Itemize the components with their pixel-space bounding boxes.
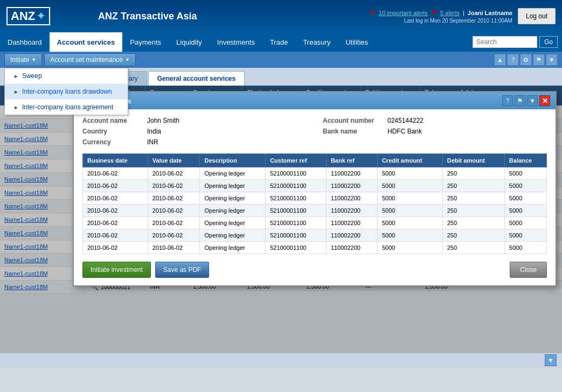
bank-name-value: HDFC Bank bbox=[387, 128, 422, 135]
account-number-value: 0245144222 bbox=[387, 117, 424, 124]
nav-item-utilities[interactable]: Utilities bbox=[338, 32, 376, 52]
last-log: Last log in Mon 20 September 2010 11:00A… bbox=[404, 18, 512, 24]
account-name-label: Account name bbox=[82, 117, 142, 124]
nav-search: Go bbox=[473, 32, 562, 52]
separator: | bbox=[463, 10, 464, 16]
corner-buttons: ▲ ? ⚙ ⚑ ▼ bbox=[494, 54, 558, 66]
go-button[interactable]: Go bbox=[539, 36, 558, 48]
corner-down-icon[interactable]: ▼ bbox=[546, 54, 558, 66]
info-bank-name: Bank name HDFC Bank bbox=[323, 128, 547, 135]
modal-table-row: 2010-06-02 2010-06-02 Opening ledger 521… bbox=[83, 192, 547, 205]
agreement-bullet: ► bbox=[13, 104, 19, 110]
main-content: Account name Account number Currency Ope… bbox=[0, 86, 562, 353]
user-name: Joani Lastname bbox=[468, 10, 512, 16]
nav-item-account-services[interactable]: Account services bbox=[50, 32, 123, 52]
initiate-label: Initiate bbox=[10, 56, 29, 64]
sweep-label: Sweep bbox=[22, 72, 42, 80]
dropdown-item-loans-drawdown[interactable]: ► Inter-company loans drawdown bbox=[5, 84, 128, 100]
modal-table-header-row: Business date Value date Description Cus… bbox=[83, 154, 547, 167]
alerts-link[interactable]: 5 alerts bbox=[440, 10, 460, 16]
modal-body: Account name John Smith Account number 0… bbox=[74, 109, 556, 285]
nav-item-dashboard[interactable]: Dashboard bbox=[0, 32, 50, 52]
country-value: India bbox=[147, 128, 161, 135]
nav-item-trade[interactable]: Trade bbox=[262, 32, 295, 52]
modal-col-bankref: Bank ref bbox=[326, 154, 377, 167]
modal-table-row: 2010-06-02 2010-06-02 Opening ledger 521… bbox=[83, 180, 547, 192]
account-set-label: Account set maintenance bbox=[50, 56, 123, 64]
modal-col-bdate: Business date bbox=[83, 154, 148, 167]
header-right: ⚑ 10 important alerts ⚑ 5 alerts | Joani… bbox=[370, 9, 512, 24]
account-details-modal: Account details ? ⚑ ▼ ✕ Account name Joh… bbox=[73, 91, 557, 286]
modal-table: Business date Value date Description Cus… bbox=[82, 153, 547, 254]
account-set-chevron-icon: ▼ bbox=[125, 57, 130, 62]
modal-bookmark-icon[interactable]: ⚑ bbox=[515, 95, 525, 106]
search-input[interactable] bbox=[473, 36, 537, 48]
modal-table-row: 2010-06-02 2010-06-02 Opening ledger 521… bbox=[83, 205, 547, 217]
modal-col-debit: Debit amount bbox=[442, 154, 504, 167]
save-pdf-button[interactable]: Save as PDF bbox=[155, 262, 210, 278]
modal-footer-left-btns: Initiate investment Save as PDF bbox=[82, 262, 209, 278]
agreement-label: Inter-company loans agreement bbox=[22, 103, 113, 111]
subnav: Initiate ▼ Account set maintenance ▼ ► S… bbox=[0, 52, 562, 68]
initiate-investment-button[interactable]: Initiate investment bbox=[82, 262, 151, 278]
logo-icon: ✦ bbox=[36, 9, 46, 23]
modal-col-credit: Credit amount bbox=[377, 154, 442, 167]
initiate-button[interactable]: Initiate ▼ bbox=[4, 53, 42, 66]
logout-button[interactable]: Log out bbox=[518, 8, 556, 24]
modal-col-balance: Balance bbox=[504, 154, 546, 167]
modal-controls: ? ⚑ ▼ ✕ bbox=[502, 95, 550, 106]
corner-help-icon[interactable]: ? bbox=[507, 54, 519, 66]
modal-table-row: 2010-06-02 2010-06-02 Opening ledger 521… bbox=[83, 242, 547, 254]
modal-info: Account name John Smith Account number 0… bbox=[82, 117, 547, 146]
account-name-value: John Smith bbox=[147, 117, 179, 124]
modal-col-desc: Description bbox=[200, 154, 266, 167]
sweep-bullet: ► bbox=[13, 73, 19, 79]
page-bottom: ▼ bbox=[0, 353, 562, 367]
flag-icon-2: ⚑ bbox=[431, 9, 437, 17]
initiate-dropdown: ► Sweep ► Inter-company loans drawdown ►… bbox=[4, 68, 128, 115]
drawdown-label: Inter-company loans drawdown bbox=[22, 88, 112, 95]
currency-label: Currency bbox=[82, 138, 142, 146]
important-alerts-link[interactable]: 10 important alerts bbox=[379, 10, 428, 16]
corner-up-icon[interactable]: ▲ bbox=[494, 54, 506, 66]
logo: ANZ ✦ bbox=[6, 7, 93, 25]
header: ANZ ✦ ANZ Transactive Asia ⚑ 10 importan… bbox=[0, 0, 562, 32]
modal-help-icon[interactable]: ? bbox=[502, 95, 513, 106]
modal-table-row: 2010-06-02 2010-06-02 Opening ledger 521… bbox=[83, 217, 547, 229]
modal-footer: Initiate investment Save as PDF Close bbox=[82, 262, 547, 278]
corner-gear-icon[interactable]: ⚙ bbox=[520, 54, 532, 66]
modal-table-row: 2010-06-02 2010-06-02 Opening ledger 521… bbox=[83, 167, 547, 180]
modal-close-icon[interactable]: ✕ bbox=[539, 95, 550, 106]
modal-table-row: 2010-06-02 2010-06-02 Opening ledger 521… bbox=[83, 229, 547, 242]
flag-icon: ⚑ bbox=[370, 9, 376, 17]
nav-item-liquidity[interactable]: Liquidity bbox=[169, 32, 210, 52]
info-account-name: Account name John Smith bbox=[82, 117, 307, 124]
nav-item-investments[interactable]: Investments bbox=[210, 32, 262, 52]
info-currency: Currency INR bbox=[82, 138, 307, 146]
account-set-button[interactable]: Account set maintenance ▼ bbox=[44, 53, 136, 66]
modal-titlebar: Account details ? ⚑ ▼ ✕ bbox=[74, 92, 556, 109]
currency-value: INR bbox=[147, 138, 158, 146]
logo-text: ANZ bbox=[11, 9, 35, 23]
drawdown-bullet: ► bbox=[13, 89, 19, 95]
app-title: ANZ Transactive Asia bbox=[93, 11, 370, 22]
modal-table-body: 2010-06-02 2010-06-02 Opening ledger 521… bbox=[83, 167, 547, 254]
nav-item-treasury[interactable]: Treasury bbox=[295, 32, 338, 52]
corner-bookmark-icon[interactable]: ⚑ bbox=[533, 54, 545, 66]
modal-col-custref: Customer ref bbox=[266, 154, 327, 167]
initiate-chevron-icon: ▼ bbox=[31, 57, 36, 62]
nav-item-payments[interactable]: Payments bbox=[122, 32, 169, 52]
scroll-down-icon[interactable]: ▼ bbox=[545, 354, 557, 366]
close-button[interactable]: Close bbox=[510, 262, 547, 278]
dropdown-item-loans-agreement[interactable]: ► Inter-company loans agreement bbox=[5, 100, 128, 115]
dropdown-item-sweep[interactable]: ► Sweep bbox=[5, 68, 128, 84]
modal-minimize-icon[interactable]: ▼ bbox=[527, 95, 538, 106]
tab-general-account-services[interactable]: General account services bbox=[148, 71, 245, 86]
account-number-label: Account number bbox=[323, 117, 382, 124]
bank-name-label: Bank name bbox=[323, 128, 382, 135]
info-account-number: Account number 0245144222 bbox=[323, 117, 547, 124]
country-label: Country bbox=[82, 128, 142, 135]
modal-col-vdate: Value date bbox=[148, 154, 200, 167]
info-country: Country India bbox=[82, 128, 307, 135]
nav: Dashboard Account services Payments Liqu… bbox=[0, 32, 562, 52]
